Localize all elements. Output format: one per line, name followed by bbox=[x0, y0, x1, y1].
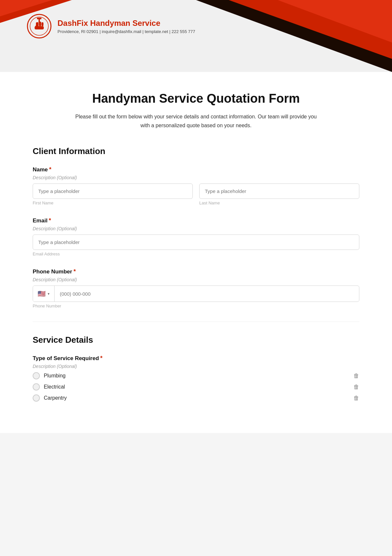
radio-label-electrical: Electrical bbox=[44, 384, 65, 390]
svg-rect-4 bbox=[41, 22, 43, 26]
logo-text-block: DashFix Handyman Service Providence, RI … bbox=[57, 19, 195, 34]
first-name-sub-label: First Name bbox=[33, 200, 193, 205]
delete-icon-carpentry[interactable]: 🗑 bbox=[353, 395, 359, 402]
radio-option-plumbing: Plumbing 🗑 bbox=[33, 372, 359, 379]
flag-emoji: 🇺🇸 bbox=[38, 290, 46, 298]
field-group-email: Email * Description (Optional) Email Add… bbox=[33, 217, 359, 256]
field-desc-phone: Description (Optional) bbox=[33, 277, 359, 282]
email-sub-label: Email Address bbox=[33, 252, 359, 256]
radio-left-plumbing: Plumbing bbox=[33, 372, 66, 379]
radio-option-carpentry: Carpentry 🗑 bbox=[33, 394, 359, 402]
field-group-name: Name * Description (Optional) First Name… bbox=[33, 166, 359, 205]
delete-icon-plumbing[interactable]: 🗑 bbox=[353, 373, 359, 379]
field-group-phone: Phone Number * Description (Optional) 🇺🇸… bbox=[33, 268, 359, 308]
logo-icon bbox=[26, 13, 52, 39]
field-desc-email: Description (Optional) bbox=[33, 226, 359, 231]
last-name-col: Last Name bbox=[199, 183, 359, 205]
field-group-service-type: Type of Service Required * Description (… bbox=[33, 355, 359, 402]
phone-row: 🇺🇸 ▾ bbox=[33, 286, 359, 302]
required-star-name: * bbox=[49, 166, 51, 173]
chevron-down-icon: ▾ bbox=[48, 292, 50, 296]
last-name-sub-label: Last Name bbox=[199, 200, 359, 205]
first-name-input[interactable] bbox=[33, 183, 193, 199]
required-star-service: * bbox=[100, 355, 103, 362]
svg-rect-8 bbox=[37, 18, 41, 19]
field-desc-name: Description (Optional) bbox=[33, 175, 359, 180]
name-input-row: First Name Last Name bbox=[33, 183, 359, 205]
phone-flag-selector[interactable]: 🇺🇸 ▾ bbox=[33, 286, 55, 302]
form-title: Handyman Service Quotation Form bbox=[33, 92, 359, 106]
email-input[interactable] bbox=[33, 235, 359, 250]
radio-circle-carpentry[interactable] bbox=[33, 394, 40, 402]
logo-row: DashFix Handyman Service Providence, RI … bbox=[26, 13, 366, 39]
radio-label-plumbing: Plumbing bbox=[44, 373, 66, 379]
delete-icon-electrical[interactable]: 🗑 bbox=[353, 384, 359, 391]
form-description: Please fill out the form below with your… bbox=[74, 112, 318, 130]
field-label-name: Name * bbox=[33, 166, 359, 173]
phone-sub-label: Phone Number bbox=[33, 304, 359, 308]
phone-input[interactable] bbox=[55, 287, 359, 301]
radio-circle-electrical[interactable] bbox=[33, 383, 40, 391]
radio-option-electrical: Electrical 🗑 bbox=[33, 383, 359, 391]
radio-left-carpentry: Carpentry bbox=[33, 394, 67, 402]
radio-label-carpentry: Carpentry bbox=[44, 395, 67, 401]
section-divider bbox=[33, 321, 359, 322]
header: DashFix Handyman Service Providence, RI … bbox=[0, 0, 392, 72]
radio-left-electrical: Electrical bbox=[33, 383, 65, 391]
main-content: Handyman Service Quotation Form Please f… bbox=[0, 72, 392, 433]
logo-subtitle: Providence, RI 02901 | inquire@dashfix.m… bbox=[57, 29, 195, 34]
section-client-info-title: Client Information bbox=[33, 146, 359, 156]
section-service-details-title: Service Details bbox=[33, 335, 359, 345]
last-name-input[interactable] bbox=[199, 183, 359, 199]
field-desc-service-type: Description (Optional) bbox=[33, 364, 359, 369]
required-star-phone: * bbox=[74, 268, 76, 275]
field-label-email: Email * bbox=[33, 217, 359, 224]
svg-rect-6 bbox=[35, 26, 44, 29]
field-label-service-type: Type of Service Required * bbox=[33, 355, 359, 362]
field-label-phone: Phone Number * bbox=[33, 268, 359, 275]
logo-name: DashFix Handyman Service bbox=[57, 19, 195, 28]
first-name-col: First Name bbox=[33, 183, 193, 205]
required-star-email: * bbox=[49, 217, 51, 224]
radio-circle-plumbing[interactable] bbox=[33, 372, 40, 379]
